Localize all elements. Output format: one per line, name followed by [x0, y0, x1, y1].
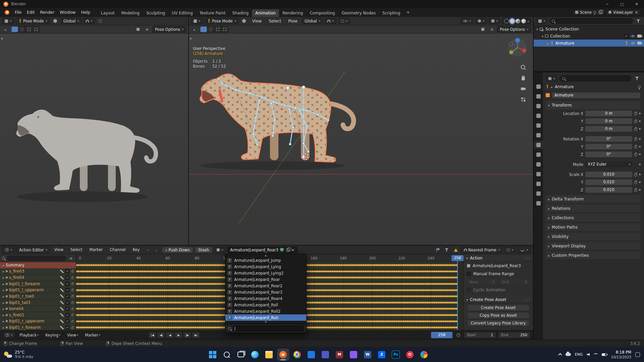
active-tool-icon[interactable] [2, 26, 9, 33]
zoom-icon[interactable] [520, 64, 526, 70]
properties-section-header[interactable]: Custom Properties [546, 251, 641, 259]
expand-icon[interactable] [3, 325, 4, 330]
visibility-dropdown[interactable] [461, 18, 474, 24]
lock-icon[interactable] [71, 308, 73, 310]
viewlayer-selector[interactable]: ViewLayer [606, 9, 641, 15]
properties-section-header[interactable]: Visibility [546, 233, 641, 240]
taskbar-search-button[interactable] [221, 349, 233, 361]
fake-user-shield-icon[interactable] [280, 248, 284, 252]
channel-enable-checkbox[interactable] [65, 307, 69, 311]
notification-center-icon[interactable] [635, 352, 640, 357]
zalo-icon[interactable]: Z [376, 349, 388, 361]
close-tool-settings-icon[interactable] [143, 26, 151, 33]
outliner-row-armature[interactable]: Armature [534, 40, 644, 47]
panel-grip-icon[interactable]: :::: [525, 298, 530, 301]
transform-value-field[interactable]: XYZ Euler [585, 162, 632, 167]
manual-frame-range-row[interactable]: Manual Frame Range [464, 270, 533, 278]
leopard-model-untextured[interactable] [0, 34, 188, 245]
lock-icon[interactable] [71, 271, 73, 273]
filter-icon[interactable] [635, 18, 642, 24]
playhead-line[interactable] [457, 255, 458, 330]
modifier-icon[interactable] [60, 326, 64, 329]
modifier-icon[interactable] [60, 319, 64, 323]
create-pose-asset-panel-header[interactable]: Create Pose Asset :::: [464, 296, 533, 303]
transform-value-field[interactable]: 0° [585, 152, 632, 157]
dope-sheet-menu[interactable]: Key [130, 246, 143, 254]
editor-type-dropdown[interactable] [536, 18, 548, 24]
invert-filter-icon[interactable] [68, 255, 74, 261]
properties-section-header[interactable]: Collections [546, 214, 641, 222]
word-icon[interactable]: W [362, 349, 374, 361]
editor-type-dropdown[interactable] [2, 247, 15, 253]
panel-grip-icon[interactable]: :::: [525, 256, 530, 260]
bip01_l_forearm[interactable]: bip01_l_forearm [0, 281, 76, 287]
timeline-menu[interactable]: View [65, 332, 80, 339]
animate-dot[interactable] [639, 174, 641, 175]
tray-overflow-icon[interactable] [558, 353, 562, 357]
m-app-icon[interactable]: M [333, 349, 345, 361]
animate-dot[interactable] [639, 120, 641, 122]
lock-icon[interactable] [634, 182, 637, 184]
opera-icon[interactable]: O [404, 349, 416, 361]
lock-icon[interactable] [634, 154, 637, 156]
action-list-item[interactable]: F Armature|Leopard_Roar3 [225, 289, 306, 295]
lock-icon[interactable] [634, 146, 637, 148]
modifier-icon[interactable] [60, 288, 64, 292]
bip01_tail3[interactable]: bip01_tail3 [0, 300, 76, 306]
editor-type-dropdown[interactable] [3, 332, 15, 338]
lock-icon[interactable] [71, 327, 73, 329]
scene-icon[interactable] [534, 121, 543, 129]
object-data-icon[interactable] [534, 189, 543, 197]
object-icon[interactable] [534, 141, 543, 149]
fake-user-toggle[interactable]: F [227, 309, 232, 314]
object-name-field[interactable]: Armature [552, 92, 641, 99]
workspace-tab[interactable]: Shading [229, 9, 252, 17]
onedrive-icon[interactable] [566, 353, 571, 356]
fake-user-toggle[interactable]: F [227, 277, 232, 282]
workspace-tab[interactable]: Layout [98, 9, 118, 17]
lock-icon[interactable] [634, 113, 637, 115]
layer-prev-icon[interactable] [144, 247, 151, 253]
animate-dot[interactable] [639, 154, 641, 155]
frame-end-field[interactable]: End250 [498, 332, 530, 338]
blender-menu-icon[interactable] [5, 10, 9, 15]
workspace-tab[interactable]: Animation [252, 9, 279, 17]
bip01_r_toe0[interactable]: bip01_r_toe0 [0, 293, 76, 300]
viewport-menu[interactable]: Select [266, 17, 284, 25]
frame-start-field[interactable]: Start1 [464, 332, 496, 338]
cyclic-animation-row[interactable]: Cyclic Animation [464, 286, 533, 294]
modifier-icon[interactable] [60, 301, 64, 304]
maximize-button[interactable]: ▢ [614, 0, 629, 8]
select-circle-button[interactable] [18, 26, 25, 32]
channel-enable-checkbox[interactable] [65, 319, 69, 323]
channel-enable-checkbox[interactable] [65, 294, 69, 298]
expand-icon[interactable] [3, 313, 4, 317]
workspace-tab[interactable]: Scripting [379, 9, 404, 17]
channel-enable-checkbox[interactable] [65, 269, 69, 273]
shading-solid-button[interactable] [510, 19, 515, 23]
expand-icon[interactable] [3, 300, 4, 305]
fake-user-toggle[interactable]: F [227, 315, 232, 320]
animate-dot[interactable] [639, 181, 641, 183]
menubar-menu[interactable]: Help [78, 8, 93, 17]
toolbar-expand-icon[interactable]: ▸ [190, 36, 192, 41]
particles-icon[interactable] [534, 160, 543, 168]
outliner-row-scene-collection[interactable]: Scene Collection [534, 25, 644, 33]
hide-eye-icon[interactable] [631, 41, 635, 45]
task-view-button[interactable] [235, 349, 247, 361]
lock-icon[interactable] [634, 189, 637, 192]
proportional-edit-dropdown[interactable] [338, 18, 350, 24]
lock-icon[interactable] [634, 174, 637, 176]
editor-type-dropdown[interactable] [546, 75, 557, 81]
lock-icon[interactable] [71, 321, 73, 323]
scene-selector[interactable]: Scene [573, 9, 604, 15]
action-list-item[interactable]: F Armature|Leopard_Roar4 [225, 295, 306, 302]
bip01_r_upperarm[interactable]: bip01_r_upperarm [0, 318, 76, 325]
modifier-icon[interactable] [60, 294, 64, 298]
dope-sheet-mode-dropdown[interactable]: Action Editor [16, 247, 50, 253]
s_fire01[interactable]: s_fire01 [0, 312, 76, 318]
tool-settings-icon[interactable] [479, 26, 486, 33]
convert-legacy-pose-library-button[interactable]: Convert Legacy Pose Library [467, 320, 530, 326]
render-icon[interactable] [534, 92, 543, 100]
action-name-field[interactable]: Armature|Leopard_Roar3 [227, 247, 298, 253]
